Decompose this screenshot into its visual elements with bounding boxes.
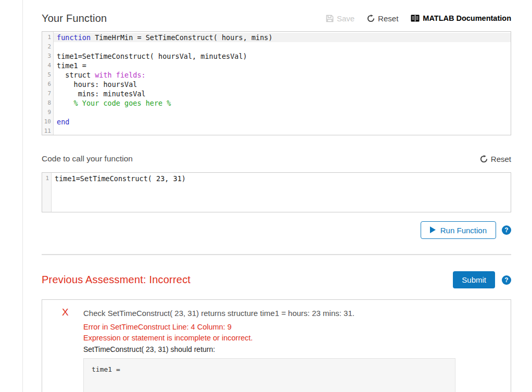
submit-button[interactable]: Submit [453,271,495,288]
call-section-label: Code to call your function [42,154,133,163]
error-location-text: Error in SetTimeConstruct Line: 4 Column… [83,322,500,333]
section-divider [42,254,511,255]
function-code-editor[interactable]: 1234567891011 function TimeHrMin = SetTi… [42,31,511,135]
book-icon [411,15,420,22]
reset-call-code-button[interactable]: Reset [480,155,511,163]
grader-problem-page: Your Function Save [0,0,532,392]
call-code-editor[interactable]: 1 time1=SetTimeConstruct( 23, 31) [42,172,511,212]
assessment-heading: Previous Assessment: Incorrect [42,274,191,286]
expected-output-code: time1 = [92,365,447,373]
assessment-actions: Submit ? [453,271,511,288]
save-label: Save [337,14,354,23]
matlab-documentation-label: MATLAB Documentation [423,14,511,22]
assessment-header-row: Previous Assessment: Incorrect Submit ? [42,271,511,288]
run-function-button[interactable]: Run Function [421,221,496,239]
should-return-label: SetTimeConstruct( 23, 31) should return: [83,345,500,355]
run-help-icon[interactable]: ? [502,225,511,235]
function-header-row: Your Function Save [42,11,511,25]
matlab-documentation-button[interactable]: MATLAB Documentation [411,14,511,22]
submit-help-icon[interactable]: ? [502,275,511,285]
error-description-text: Expression or statement is incomplete or… [83,333,500,344]
page-title: Your Function [42,12,107,24]
refresh-icon [367,15,375,22]
expected-output-box: time1 = [83,358,455,392]
question-mark-glyph: ? [504,226,508,234]
run-function-row: Run Function ? [42,221,511,239]
function-editor-line-numbers: 1234567891011 [42,32,54,135]
call-section-header: Code to call your function Reset [42,152,511,166]
reset-call-code-label: Reset [491,155,511,163]
save-button[interactable]: Save [326,14,354,23]
feedback-panel: X Check SetTimeConstruct( 23, 31) return… [42,299,511,392]
call-editor-code-area[interactable]: time1=SetTimeConstruct( 23, 31) [52,173,511,212]
editor-toolbar: Save Reset [326,14,511,23]
reset-function-button[interactable]: Reset [367,14,398,23]
question-mark-glyph: ? [504,276,508,284]
refresh-icon [480,155,488,163]
feedback-content: Check SetTimeConstruct( 23, 31) returns … [83,307,500,392]
reset-function-label: Reset [378,14,398,23]
check-message: Check SetTimeConstruct( 23, 31) returns … [83,307,364,319]
x-mark-icon: X [62,307,83,392]
call-editor-line-numbers: 1 [42,173,52,212]
function-editor-code-area[interactable]: function TimeHrMin = SetTimeConstruct( h… [54,32,511,135]
floppy-disk-icon [326,15,334,22]
play-icon [430,226,436,235]
run-function-label: Run Function [440,226,487,235]
